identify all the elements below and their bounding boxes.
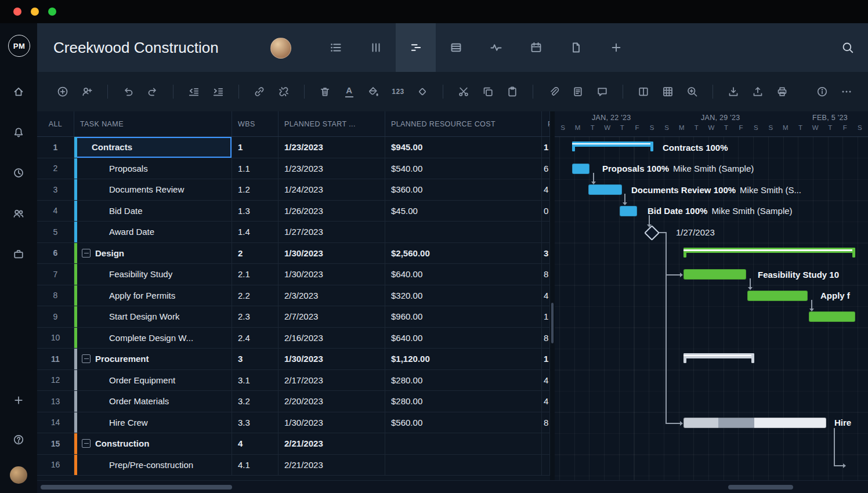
cell-task-name[interactable]: Award Date — [74, 222, 232, 242]
collapse-toggle-icon[interactable] — [82, 354, 91, 363]
cell-planned-cost[interactable]: $945.00 — [385, 137, 542, 158]
cell-planned-start[interactable]: 2/20/2023 — [279, 391, 385, 412]
tab-plus[interactable] — [596, 23, 636, 72]
cell-planned-cost[interactable]: $960.00 — [385, 306, 542, 327]
cell-task-name[interactable]: Hire Crew — [74, 412, 232, 433]
cell-planned-start[interactable]: 1/23/2023 — [279, 137, 385, 158]
cell-row-number[interactable]: 2 — [37, 158, 74, 179]
cell-planned-cost[interactable]: $540.00 — [385, 158, 542, 179]
tab-sheet[interactable] — [436, 23, 476, 72]
cell-wbs[interactable]: 2.2 — [232, 285, 279, 306]
col-extra[interactable]: P — [542, 111, 550, 136]
search-icon[interactable] — [841, 41, 854, 54]
col-wbs[interactable]: WBS — [232, 111, 279, 136]
vertical-scroll-thumb[interactable] — [551, 303, 554, 343]
cell-planned-start[interactable]: 1/26/2023 — [279, 201, 385, 222]
cell-extra[interactable]: 6 — [542, 158, 550, 179]
cell-planned-cost[interactable] — [385, 433, 542, 454]
cell-wbs[interactable]: 1.4 — [232, 222, 279, 242]
columns-icon[interactable] — [631, 80, 656, 103]
cell-planned-start[interactable]: 1/30/2023 — [279, 264, 385, 285]
horizontal-scrollbar[interactable] — [37, 480, 868, 493]
users-icon[interactable] — [0, 201, 37, 226]
cell-extra[interactable]: 1 — [542, 306, 550, 327]
cell-row-number[interactable]: 12 — [37, 370, 74, 391]
user-avatar[interactable] — [10, 466, 27, 484]
help-icon[interactable] — [0, 427, 37, 452]
cell-planned-cost[interactable]: $360.00 — [385, 179, 542, 200]
cell-wbs[interactable]: 1.2 — [232, 179, 279, 200]
cell-task-name[interactable]: Design — [74, 243, 232, 264]
cell-wbs[interactable]: 3.1 — [232, 370, 279, 391]
home-icon[interactable] — [0, 79, 37, 104]
cell-row-number[interactable]: 8 — [37, 285, 74, 306]
cell-extra[interactable]: 4 — [542, 285, 550, 306]
indent-icon[interactable] — [206, 80, 230, 103]
gantt-summary-bar[interactable] — [572, 142, 653, 151]
cell-extra[interactable]: 1 — [542, 137, 550, 158]
gantt-task-bar[interactable] — [588, 184, 622, 195]
grid-icon[interactable] — [656, 80, 680, 103]
col-planned-cost[interactable]: PLANNED RESOURCE COST — [385, 111, 542, 136]
cell-wbs[interactable]: 3 — [232, 349, 279, 369]
cell-row-number[interactable]: 11 — [37, 349, 74, 369]
cell-wbs[interactable]: 2.4 — [232, 328, 279, 349]
export-icon[interactable] — [746, 80, 770, 103]
link-icon[interactable] — [247, 80, 272, 103]
cell-planned-start[interactable]: 1/30/2023 — [279, 412, 385, 433]
cell-task-name[interactable]: Order Materials — [74, 391, 232, 412]
undo-icon[interactable] — [116, 80, 140, 103]
cell-planned-cost[interactable] — [385, 455, 542, 476]
col-planned-start[interactable]: PLANNED START ... — [279, 111, 385, 136]
cut-icon[interactable] — [451, 80, 476, 103]
tab-list[interactable] — [316, 23, 356, 72]
col-task-name[interactable]: TASK NAME — [74, 111, 232, 136]
cell-planned-start[interactable]: 1/27/2023 — [279, 222, 385, 242]
info-icon[interactable] — [810, 80, 834, 103]
cell-wbs[interactable]: 4.1 — [232, 455, 279, 476]
cell-row-number[interactable]: 16 — [37, 455, 74, 476]
cell-task-name[interactable]: Procurement — [74, 349, 232, 369]
comment-icon[interactable] — [590, 80, 614, 103]
cell-row-number[interactable]: 1 — [37, 137, 74, 158]
project-avatar[interactable] — [270, 38, 291, 59]
number-123-icon[interactable]: 123 — [386, 80, 410, 103]
notes-icon[interactable] — [566, 80, 590, 103]
close-button[interactable] — [13, 8, 21, 16]
gantt-task-bar[interactable] — [747, 291, 808, 301]
copy-icon[interactable] — [476, 80, 500, 103]
cell-row-number[interactable]: 14 — [37, 412, 74, 433]
cell-planned-start[interactable]: 2/21/2023 — [279, 455, 385, 476]
delete-icon[interactable] — [313, 80, 337, 103]
clock-icon[interactable] — [0, 160, 37, 186]
gantt-task-bar[interactable] — [809, 311, 855, 322]
cell-task-name[interactable]: Apply for Permits — [74, 285, 232, 306]
cell-planned-cost[interactable]: $2,560.00 — [385, 243, 542, 264]
cell-extra[interactable]: 1 — [542, 349, 550, 369]
cell-planned-start[interactable]: 1/30/2023 — [279, 243, 385, 264]
table-scroll-thumb[interactable] — [41, 485, 232, 490]
redo-icon[interactable] — [140, 80, 165, 103]
cell-wbs[interactable]: 1 — [232, 137, 279, 158]
cell-row-number[interactable]: 10 — [37, 328, 74, 349]
cell-extra[interactable]: 8 — [542, 264, 550, 285]
cell-extra[interactable]: 4 — [542, 391, 550, 412]
more-icon[interactable] — [834, 80, 859, 103]
col-all[interactable]: ALL — [37, 111, 74, 136]
cell-planned-cost[interactable]: $1,120.00 — [385, 349, 542, 369]
cell-row-number[interactable]: 13 — [37, 391, 74, 412]
cell-wbs[interactable]: 2.3 — [232, 306, 279, 327]
cell-planned-start[interactable]: 1/23/2023 — [279, 158, 385, 179]
cell-wbs[interactable]: 3.2 — [232, 391, 279, 412]
attachment-icon[interactable] — [541, 80, 566, 103]
gantt-summary-bar[interactable] — [683, 353, 754, 363]
cell-wbs[interactable]: 4 — [232, 433, 279, 454]
cell-row-number[interactable]: 7 — [37, 264, 74, 285]
print-icon[interactable] — [770, 80, 794, 103]
cell-planned-cost[interactable]: $280.00 — [385, 391, 542, 412]
cell-task-name[interactable]: Complete Design W... — [74, 328, 232, 349]
gantt-milestone[interactable] — [644, 225, 660, 241]
cell-planned-start[interactable]: 2/16/2023 — [279, 328, 385, 349]
cell-task-name[interactable]: Documents Review — [74, 179, 232, 200]
fill-color-icon[interactable] — [361, 80, 386, 103]
